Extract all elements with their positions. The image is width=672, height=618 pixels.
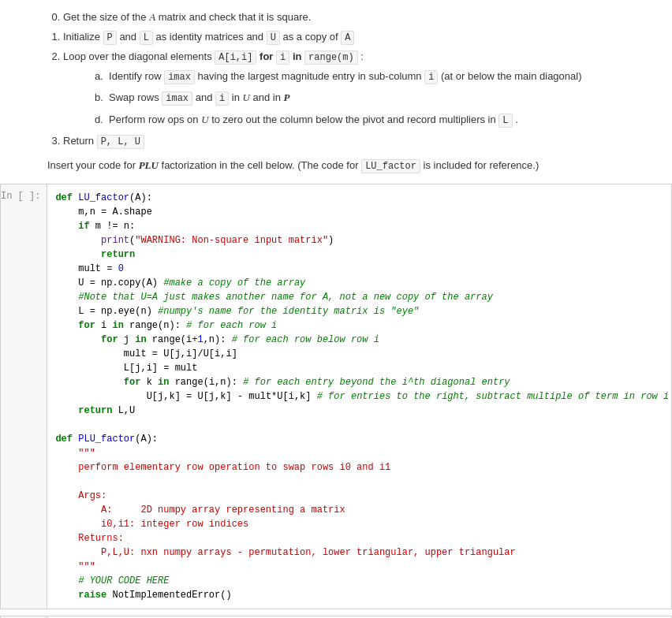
code-block-1: def LU_factor(A): m,n = A.shape if m != … (55, 191, 663, 602)
cell-label-1: In [ ]: (1, 184, 47, 609)
instruction-1: Initialize P and L as identity matrices … (63, 29, 625, 46)
insert-instructions: Insert your code for PLU factorization i… (47, 158, 625, 174)
text-cell-instructions: Get the size of the A matrix and check t… (0, 0, 672, 181)
code-cell-1[interactable]: In [ ]: def LU_factor(A): m,n = A.shape … (0, 184, 672, 609)
instruction-0: Get the size of the A matrix and check t… (63, 9, 625, 26)
sub-instruction-d: d. Perform row ops on U to zero out the … (95, 112, 625, 128)
instruction-2: Loop over the diagonal elements A[i,i] f… (63, 49, 625, 65)
notebook: Get the size of the A matrix and check t… (0, 0, 672, 618)
cell-content-1[interactable]: def LU_factor(A): m,n = A.shape if m != … (47, 184, 671, 609)
sub-instruction-b: b. Swap rows imax and i in U and in P (95, 90, 625, 106)
instruction-3: Return P, L, U (63, 133, 625, 150)
sub-instruction-a: a. Identify row imax having the largest … (95, 69, 625, 85)
